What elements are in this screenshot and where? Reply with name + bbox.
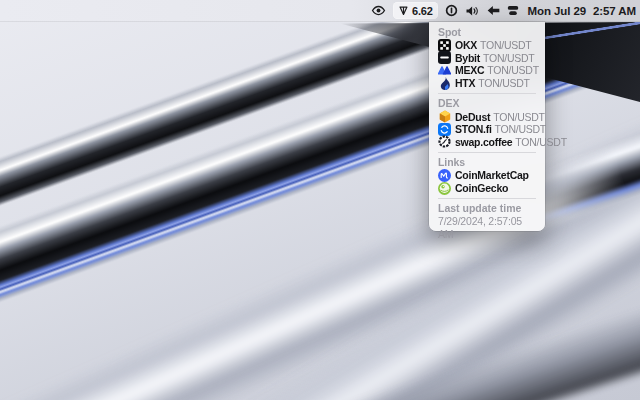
pair-label: TON/USDT bbox=[487, 64, 538, 76]
last-update-timestamp: 7/29/2024, 2:57:05 AM bbox=[429, 215, 545, 228]
link-name: CoinMarketCap bbox=[455, 169, 529, 181]
exchange-name: OKX bbox=[455, 39, 477, 51]
bybit-logo-icon bbox=[438, 51, 451, 64]
section-header-spot: Spot bbox=[429, 26, 545, 39]
eye-icon[interactable] bbox=[371, 0, 386, 22]
divider bbox=[438, 198, 536, 199]
exchange-name: HTX bbox=[455, 77, 475, 89]
stacked-windows-icon[interactable] bbox=[507, 0, 519, 22]
exchange-row-mexc[interactable]: MEXC TON/USDT bbox=[429, 64, 545, 77]
exchange-row-htx[interactable]: HTX TON/USDT bbox=[429, 77, 545, 90]
desktop: 6.62 Mon Jul 29 2:57 AM Spot OKX TON/USD… bbox=[0, 0, 640, 400]
volume-icon[interactable] bbox=[465, 0, 480, 22]
mexc-logo-icon bbox=[438, 64, 451, 77]
exchange-name: swap.coffee bbox=[455, 136, 512, 148]
exchange-row-stonfi[interactable]: STON.fi TON/USDT bbox=[429, 123, 545, 136]
ticker-price: 6.62 bbox=[412, 5, 433, 17]
ticker-dropdown-panel: Spot OKX TON/USDT Bybit TON/USDT MEXC TO… bbox=[429, 22, 545, 231]
menubar-clock[interactable]: Mon Jul 29 2:57 AM bbox=[528, 5, 636, 17]
exchange-row-swapcoffee[interactable]: swap.coffee TON/USDT bbox=[429, 136, 545, 149]
pair-label: TON/USDT bbox=[483, 52, 534, 64]
exchange-name: Bybit bbox=[455, 52, 480, 64]
ton-logo-icon bbox=[398, 5, 409, 16]
section-header-links: Links bbox=[429, 156, 545, 169]
exchange-row-okx[interactable]: OKX TON/USDT bbox=[429, 39, 545, 52]
clock-date: Mon Jul 29 bbox=[528, 5, 586, 17]
last-update-label: Last update time bbox=[429, 202, 545, 215]
exchange-row-dedust[interactable]: DeDust TON/USDT bbox=[429, 110, 545, 123]
pair-label: TON/USDT bbox=[480, 39, 531, 51]
exchange-name: DeDust bbox=[455, 111, 490, 123]
menu-bar: 6.62 Mon Jul 29 2:57 AM bbox=[0, 0, 640, 22]
coinmarketcap-logo-icon bbox=[438, 169, 451, 182]
clock-time: 2:57 AM bbox=[593, 5, 636, 17]
htx-logo-icon bbox=[438, 77, 451, 90]
pair-label: TON/USDT bbox=[493, 111, 544, 123]
section-header-dex: DEX bbox=[429, 97, 545, 110]
divider bbox=[438, 152, 536, 153]
okx-logo-icon bbox=[438, 39, 451, 52]
link-name: CoinGecko bbox=[455, 182, 508, 194]
exchange-row-bybit[interactable]: Bybit TON/USDT bbox=[429, 52, 545, 65]
menubar-ticker-item[interactable]: 6.62 bbox=[393, 2, 438, 19]
pair-label: TON/USDT bbox=[478, 77, 529, 89]
exchange-name: STON.fi bbox=[455, 123, 492, 135]
stonfi-logo-icon bbox=[438, 123, 451, 136]
pair-label: TON/USDT bbox=[495, 123, 546, 135]
exchange-name: MEXC bbox=[455, 64, 484, 76]
divider bbox=[438, 93, 536, 94]
link-row-coingecko[interactable]: CoinGecko bbox=[429, 182, 545, 195]
link-row-coinmarketcap[interactable]: CoinMarketCap bbox=[429, 169, 545, 182]
dedust-logo-icon bbox=[438, 110, 451, 123]
power-circle-icon[interactable] bbox=[445, 0, 458, 22]
arrow-left-icon[interactable] bbox=[487, 0, 500, 22]
pair-label: TON/USDT bbox=[515, 136, 566, 148]
swapcoffee-logo-icon bbox=[438, 135, 451, 148]
coingecko-logo-icon bbox=[438, 182, 451, 195]
